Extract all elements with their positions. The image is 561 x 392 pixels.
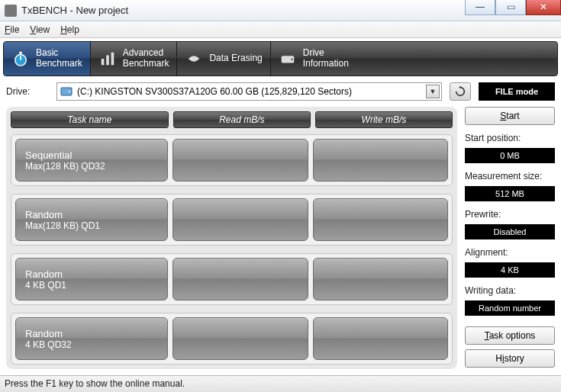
benchmark-panel: Task name Read mB/s Write mB/s Sequentia…	[6, 107, 457, 369]
prewrite-label: Prewrite:	[465, 209, 555, 220]
tab-basic-benchmark[interactable]: BasicBenchmark	[4, 42, 91, 76]
tab-drive-information[interactable]: DriveInformation	[271, 42, 356, 76]
drive-row: Drive: (C:) KINGSTON SV300S37A120G 60.00…	[0, 79, 561, 107]
svg-point-7	[291, 59, 293, 61]
header-task-name: Task name	[11, 111, 169, 128]
tab-label: Drive	[303, 48, 349, 59]
task-read-cell	[172, 198, 308, 241]
menu-file[interactable]: File	[5, 24, 19, 35]
drive-selected-text: (C:) KINGSTON SV300S37A120G 60.00 GB (12…	[77, 86, 352, 97]
header-read: Read mB/s	[173, 111, 311, 128]
maximize-button[interactable]: ▭	[495, 0, 526, 15]
close-button[interactable]: ✕	[526, 0, 561, 15]
task-name-cell: Random4 KB QD32	[15, 317, 168, 360]
tab-label: Data Erasing	[209, 53, 262, 64]
svg-rect-1	[19, 52, 22, 54]
tab-strip: BasicBenchmark AdvancedBenchmark Data Er…	[3, 41, 558, 76]
task-write-cell	[313, 258, 448, 300]
task-read-cell	[172, 139, 308, 182]
menu-help[interactable]: Help	[60, 24, 79, 35]
file-mode-button[interactable]: FILE mode	[479, 82, 555, 101]
task-read-cell	[172, 317, 308, 360]
status-bar: Press the F1 key to show the online manu…	[0, 375, 561, 392]
task-write-cell	[313, 198, 448, 241]
side-panel: Start Start position: 0 MB Measurement s…	[465, 107, 555, 369]
start-position-label: Start position:	[465, 133, 555, 143]
tab-advanced-benchmark[interactable]: AdvancedBenchmark	[91, 42, 178, 76]
measurement-size-value[interactable]: 512 MB	[465, 186, 555, 201]
window-title: TxBENCH - New project	[21, 5, 128, 16]
task-read-cell	[172, 258, 308, 300]
task-write-cell	[313, 317, 448, 360]
task-name-cell: RandomMax(128 KB) QD1	[15, 198, 168, 241]
app-icon	[5, 5, 17, 17]
writing-data-value[interactable]: Random number	[465, 300, 555, 316]
task-row: Random4 KB QD32	[11, 313, 453, 365]
chevron-down-icon[interactable]: ▼	[426, 85, 440, 98]
tab-data-erasing[interactable]: Data Erasing	[177, 42, 270, 76]
task-row: Random4 KB QD1	[11, 253, 453, 305]
svg-rect-5	[111, 53, 114, 66]
stopwatch-icon	[11, 50, 30, 68]
alignment-label: Alignment:	[465, 247, 555, 258]
prewrite-value[interactable]: Disabled	[465, 224, 555, 239]
task-row: SequentialMax(128 KB) QD32	[11, 134, 453, 186]
task-options-button[interactable]: Task options	[465, 326, 555, 345]
erase-icon	[185, 50, 203, 68]
tab-label: Information	[303, 59, 349, 69]
task-name-cell: Random4 KB QD1	[15, 258, 168, 300]
alignment-value[interactable]: 4 KB	[465, 262, 555, 278]
drive-icon	[279, 50, 297, 68]
tab-label: Basic	[36, 48, 82, 59]
task-name-cell: SequentialMax(128 KB) QD32	[15, 139, 168, 182]
start-button[interactable]: Start	[465, 107, 555, 125]
refresh-icon	[454, 85, 466, 98]
writing-data-label: Writing data:	[465, 285, 555, 296]
start-position-value[interactable]: 0 MB	[465, 148, 555, 163]
measurement-size-label: Measurement size:	[465, 171, 555, 182]
header-write: Write mB/s	[315, 111, 453, 128]
bars-icon	[98, 50, 117, 68]
svg-rect-3	[101, 59, 104, 65]
minimize-button[interactable]: —	[465, 0, 495, 15]
history-button[interactable]: History	[465, 349, 555, 368]
menu-view[interactable]: View	[30, 24, 50, 35]
svg-rect-4	[106, 55, 109, 65]
reload-button[interactable]	[450, 82, 471, 101]
task-write-cell	[313, 139, 448, 182]
tab-label: Advanced	[123, 48, 169, 59]
task-row: RandomMax(128 KB) QD1	[11, 194, 453, 246]
svg-point-9	[69, 91, 70, 92]
drive-label: Drive:	[6, 86, 49, 97]
tab-label: Benchmark	[36, 59, 82, 69]
menu-bar: File View Help	[0, 21, 561, 38]
title-bar: TxBENCH - New project — ▭ ✕	[0, 0, 561, 21]
disk-icon	[60, 85, 73, 98]
tab-label: Benchmark	[123, 59, 169, 69]
drive-select[interactable]: (C:) KINGSTON SV300S37A120G 60.00 GB (12…	[56, 82, 442, 101]
